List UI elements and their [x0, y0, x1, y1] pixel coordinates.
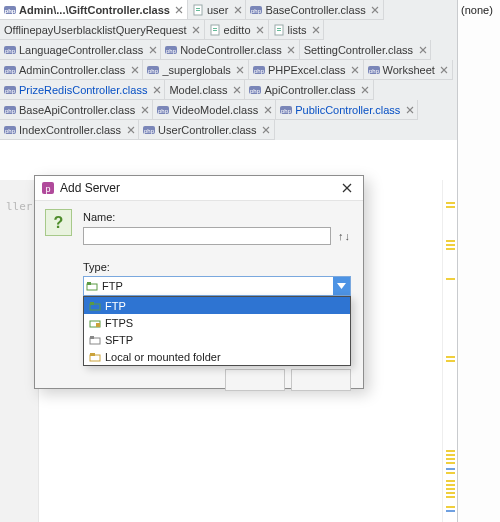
tab-label: NodeController.class: [180, 44, 282, 56]
close-icon[interactable]: [232, 4, 243, 15]
svg-text:php: php: [254, 68, 265, 74]
editor-tab[interactable]: editto: [205, 20, 269, 40]
right-panel-text: (none): [461, 4, 493, 16]
sort-arrows[interactable]: ↑↓: [338, 230, 351, 242]
option-label: SFTP: [105, 334, 133, 346]
close-icon[interactable]: [151, 84, 162, 95]
close-icon[interactable]: [310, 24, 321, 35]
type-option[interactable]: FTPS: [84, 314, 350, 331]
php-icon: php: [250, 4, 262, 16]
type-option[interactable]: Local or mounted folder: [84, 348, 350, 365]
svg-rect-93: [90, 336, 94, 339]
type-dropdown-list[interactable]: FTPFTPSSFTPLocal or mounted folder: [83, 296, 351, 366]
close-icon[interactable]: [417, 44, 428, 55]
svg-text:php: php: [251, 8, 262, 14]
close-icon[interactable]: [235, 64, 246, 75]
close-button[interactable]: [333, 178, 361, 198]
close-icon[interactable]: [231, 84, 242, 95]
tab-label: UserController.class: [158, 124, 256, 136]
close-icon[interactable]: [360, 84, 371, 95]
close-icon[interactable]: [255, 24, 266, 35]
svg-text:php: php: [369, 68, 380, 74]
type-option[interactable]: SFTP: [84, 331, 350, 348]
file-icon: [192, 4, 204, 16]
svg-text:php: php: [281, 108, 292, 114]
ftps-icon: [87, 318, 103, 328]
php-icon: php: [4, 64, 16, 76]
editor-tab[interactable]: phpVideoModel.class: [153, 100, 276, 120]
editor-tab[interactable]: Model.class: [165, 80, 245, 100]
right-panel: (none): [457, 0, 500, 522]
editor-tab[interactable]: phpBaseController.class: [246, 0, 383, 20]
editor-tab[interactable]: phpPrizeRedisController.class: [0, 80, 165, 100]
type-combobox[interactable]: FTP: [83, 276, 351, 296]
editor-overview-ruler[interactable]: [442, 180, 457, 522]
close-icon[interactable]: [350, 64, 361, 75]
tab-label: ApiController.class: [264, 84, 355, 96]
editor-tab[interactable]: lists: [269, 20, 325, 40]
editor-tab[interactable]: phpLanguageController.class: [0, 40, 161, 60]
close-icon[interactable]: [439, 64, 450, 75]
svg-text:p: p: [45, 184, 50, 194]
tab-label: Admin\...\GiftController.class: [19, 4, 170, 16]
editor-tab[interactable]: phpNodeController.class: [161, 40, 300, 60]
close-icon[interactable]: [191, 24, 202, 35]
svg-text:php: php: [5, 68, 16, 74]
svg-text:php: php: [148, 68, 159, 74]
svg-rect-22: [277, 30, 281, 31]
ok-button[interactable]: [225, 369, 285, 391]
close-icon[interactable]: [262, 104, 273, 115]
dialog-title: Add Server: [60, 181, 333, 195]
close-icon[interactable]: [286, 44, 297, 55]
close-icon[interactable]: [404, 104, 415, 115]
php-icon: php: [249, 84, 261, 96]
tab-label: Worksheet: [383, 64, 435, 76]
php-icon: php: [368, 64, 380, 76]
editor-tab[interactable]: phpIndexController.class: [0, 120, 139, 140]
svg-text:php: php: [5, 48, 16, 54]
close-icon[interactable]: [125, 124, 136, 135]
chevron-down-icon[interactable]: [333, 277, 350, 295]
tab-label: PublicController.class: [295, 104, 400, 116]
editor-tab[interactable]: phpAdmin\...\GiftController.class: [0, 0, 188, 20]
name-input[interactable]: [83, 227, 331, 245]
editor-tab[interactable]: SettingController.class: [300, 40, 431, 60]
option-label: Local or mounted folder: [105, 351, 221, 363]
tab-label: OfflinepayUserblacklistQueryRequest: [4, 24, 187, 36]
editor-tab[interactable]: user: [188, 0, 246, 20]
tab-label: Model.class: [169, 84, 227, 96]
ftp-icon: [84, 281, 100, 291]
svg-rect-86: [87, 282, 91, 285]
close-icon[interactable]: [370, 4, 381, 15]
php-icon: php: [4, 84, 16, 96]
svg-text:php: php: [5, 88, 16, 94]
svg-rect-6: [196, 10, 200, 11]
php-icon: php: [4, 4, 16, 16]
svg-rect-16: [213, 28, 217, 29]
cancel-button[interactable]: [291, 369, 351, 391]
type-label: Type:: [83, 261, 110, 273]
editor-tab[interactable]: OfflinepayUserblacklistQueryRequest: [0, 20, 205, 40]
close-icon[interactable]: [129, 64, 140, 75]
close-icon[interactable]: [261, 124, 272, 135]
editor-tab[interactable]: phpPHPExcel.class: [249, 60, 364, 80]
sftp-icon: [87, 335, 103, 345]
editor-tab[interactable]: phpPublicController.class: [276, 100, 418, 120]
editor-tab[interactable]: phpWorksheet: [364, 60, 453, 80]
close-icon[interactable]: [139, 104, 150, 115]
svg-text:php: php: [144, 128, 155, 134]
tab-label: _superglobals: [162, 64, 231, 76]
type-option[interactable]: FTP: [84, 297, 350, 314]
editor-tab[interactable]: phpAdminController.class: [0, 60, 143, 80]
php-icon: php: [165, 44, 177, 56]
editor-tab[interactable]: php_superglobals: [143, 60, 249, 80]
close-icon[interactable]: [147, 44, 158, 55]
editor-tab[interactable]: phpApiController.class: [245, 80, 373, 100]
close-icon[interactable]: [174, 4, 185, 15]
editor-tab[interactable]: phpBaseApiController.class: [0, 100, 153, 120]
svg-text:php: php: [5, 8, 16, 14]
svg-rect-95: [90, 353, 95, 356]
editor-tab[interactable]: phpUserController.class: [139, 120, 274, 140]
option-label: FTP: [105, 300, 126, 312]
tab-label: LanguageController.class: [19, 44, 143, 56]
